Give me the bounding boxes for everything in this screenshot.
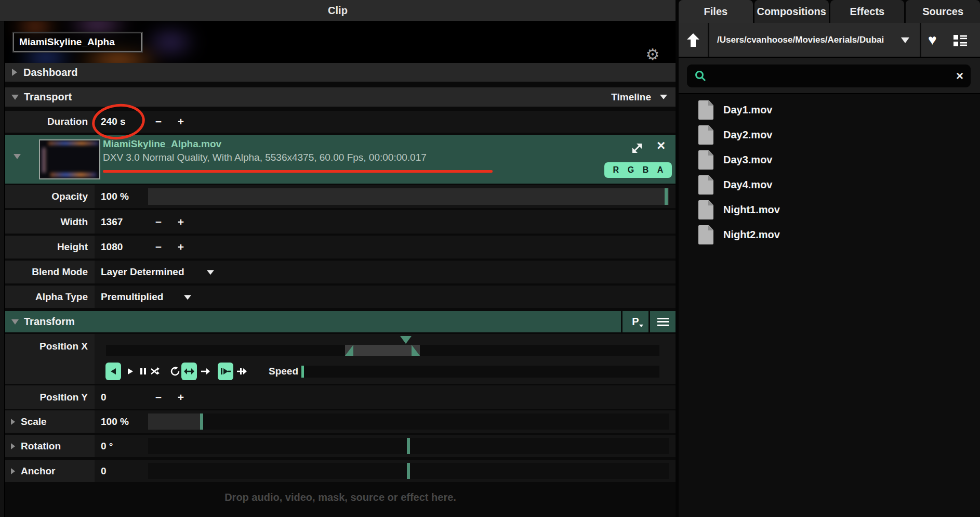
timeline-playhead[interactable] [400,336,412,344]
collapsed-triangle-icon [11,419,15,425]
tab-compositions[interactable]: Compositions [754,0,829,23]
parent-folder-button[interactable] [679,23,708,57]
scale-row: Scale 100 % [5,410,676,433]
loop-button[interactable] [169,363,181,380]
random-button[interactable] [149,363,162,380]
section-label: Dashboard [23,67,77,79]
file-list: Day1.mov Day2.mov Day3.mov Day4.mov [679,97,980,247]
position-x-timeline[interactable] [106,345,659,356]
play-once-hold-icon [220,367,231,376]
position-y-plus-button[interactable]: + [174,391,188,404]
scale-value[interactable]: 100 % [101,416,129,428]
transport-mode-value: Timeline [611,92,651,103]
position-x-label: Position X [5,334,95,384]
selection-right-handle[interactable] [412,345,420,356]
file-row[interactable]: Day4.mov [679,172,980,197]
selection-left-handle[interactable] [345,345,353,356]
section-dashboard[interactable]: Dashboard [5,63,676,82]
duration-minus-button[interactable]: − [152,115,165,128]
tab-sources[interactable]: Sources [906,0,980,23]
height-value[interactable]: 1080 [101,241,123,253]
width-value[interactable]: 1367 [101,216,123,228]
speed-label: Speed [269,366,298,377]
transform-preset-button[interactable]: P [623,311,648,332]
play-once-hold-button[interactable] [218,363,233,380]
position-y-value[interactable]: 0 [101,392,107,403]
play-forwards-icon [127,367,134,376]
clip-info-row[interactable]: MiamiSkyline_Alpha.mov DXV 3.0 Normal Qu… [5,135,676,184]
section-transport[interactable]: Transport Timeline [5,87,676,107]
play-forwards-button[interactable] [124,363,137,380]
anchor-slider[interactable] [148,463,669,479]
search-input[interactable] [712,71,956,82]
panel-edge [0,21,5,517]
file-row[interactable]: Day3.mov [679,147,980,172]
favorites-icon[interactable]: ♥ [928,23,937,57]
width-minus-button[interactable]: − [152,216,165,228]
channel-a-button[interactable]: A [657,165,664,175]
clip-name-input[interactable] [14,33,142,51]
section-label: Transform [24,316,75,328]
width-label: Width [5,210,95,234]
tab-files[interactable]: Files [679,0,753,23]
hamburger-menu-icon [657,318,669,326]
file-row[interactable]: Night1.mov [679,197,980,222]
transport-mode-dropdown[interactable]: Timeline [611,87,667,107]
play-once-button[interactable] [199,363,211,380]
blend-mode-label: Blend Mode [5,261,95,283]
scale-slider[interactable] [148,413,669,430]
file-name: Night1.mov [723,204,780,216]
clear-search-icon[interactable]: × [956,70,963,82]
clip-thumbnail [39,139,100,179]
transform-menu-button[interactable] [650,311,676,332]
divider [920,23,921,57]
height-label: Height [5,236,95,258]
file-icon [698,225,713,244]
play-once-eject-button[interactable] [235,363,248,380]
opacity-label: Opacity [5,185,95,208]
height-minus-button[interactable]: − [152,241,165,253]
opacity-slider[interactable] [148,188,669,205]
bounce-button[interactable] [181,363,197,380]
duration-plus-button[interactable]: + [174,115,188,128]
section-transform[interactable]: Transform P [5,311,676,332]
anchor-label[interactable]: Anchor [5,460,95,482]
tab-effects[interactable]: Effects [830,0,905,23]
rotation-value[interactable]: 0 ° [101,441,113,452]
opacity-value[interactable]: 100 % [101,191,129,202]
width-plus-button[interactable]: + [174,216,188,228]
gear-icon[interactable]: ⚙ [643,45,662,63]
position-y-minus-button[interactable]: − [152,391,165,404]
height-row: Height 1080 − + [5,236,676,258]
annotation-underline [103,170,493,173]
channel-g-button[interactable]: G [628,165,634,175]
current-path[interactable]: /Users/cvanhoose/Movies/Aerials/Dubai [717,23,884,57]
scale-label[interactable]: Scale [5,410,95,433]
rotation-slider[interactable] [148,438,669,454]
file-row[interactable]: Day1.mov [679,97,980,122]
alpha-type-dropdown[interactable]: Premultiplied [95,286,676,308]
channel-b-button[interactable]: B [643,165,649,175]
browser-tabs: Files Compositions Effects Sources [679,0,980,23]
expanded-triangle-icon [14,154,21,159]
height-plus-button[interactable]: + [174,241,188,253]
play-backwards-button[interactable] [105,363,121,380]
timeline-selection[interactable] [345,345,420,356]
blend-mode-dropdown[interactable]: Layer Determined [95,261,676,283]
speed-slider[interactable] [300,366,659,378]
blend-mode-row: Blend Mode Layer Determined [5,261,676,283]
rotation-label[interactable]: Rotation [5,435,95,457]
expand-icon[interactable] [630,141,644,157]
file-row[interactable]: Day2.mov [679,122,980,147]
list-view-icon[interactable] [953,34,968,49]
pause-button[interactable] [137,363,149,380]
close-icon[interactable]: × [657,137,665,154]
channel-r-button[interactable]: R [613,165,619,175]
anchor-value[interactable]: 0 [101,466,107,477]
file-row[interactable]: Night2.mov [679,222,980,247]
path-dropdown-icon[interactable] [901,37,909,43]
play-once-icon [201,368,210,375]
search-box[interactable]: × [687,64,971,87]
rgba-channel-buttons[interactable]: R G B A [604,162,672,178]
width-row: Width 1367 − + [5,210,676,234]
